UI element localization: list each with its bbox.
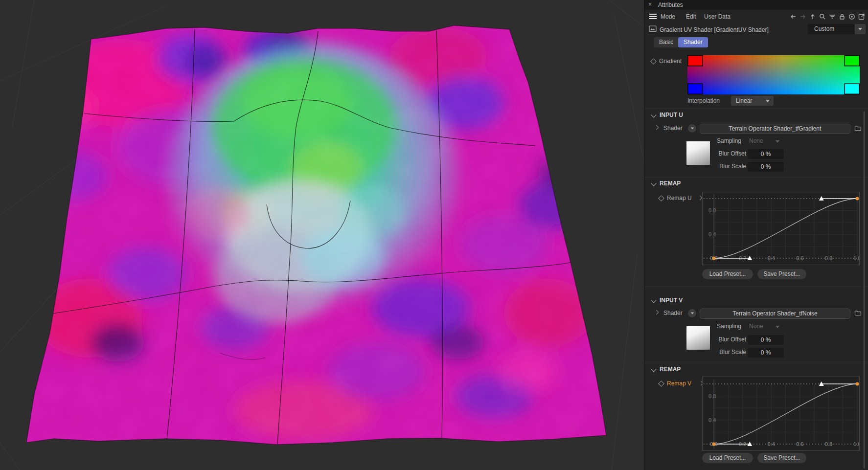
close-icon[interactable]: × <box>648 1 652 8</box>
shader-u-expander-icon[interactable] <box>654 125 659 130</box>
search-icon[interactable] <box>818 12 826 21</box>
gradient-keyframe-icon[interactable] <box>650 58 657 65</box>
remap-u-collapse-icon[interactable] <box>651 180 656 186</box>
panel-scrollbar[interactable] <box>864 112 865 469</box>
svg-text:0.4: 0.4 <box>708 417 716 423</box>
back-arrow-icon[interactable] <box>789 12 797 21</box>
up-arrow-icon[interactable] <box>808 12 817 21</box>
gradient-knot-blue[interactable] <box>688 84 703 94</box>
svg-text:1.0: 1.0 <box>853 255 860 261</box>
tab-shader[interactable]: Shader <box>678 37 708 47</box>
section-input-u[interactable]: INPUT U <box>660 112 683 118</box>
preset-select-arrow[interactable] <box>855 24 866 34</box>
app-window: { "colors": { "accent_orange": "#e0993c"… <box>0 0 868 470</box>
gradient-2d-editor[interactable] <box>687 55 860 94</box>
terrain-scene <box>0 0 644 470</box>
tab-basic[interactable]: Basic <box>654 37 679 47</box>
blur-offset-u-field[interactable]: 0 % <box>748 149 784 159</box>
remap-u-curve-editor[interactable]: 0.80.40.00.20.40.60.81.0 <box>702 192 860 265</box>
lock-icon[interactable] <box>838 12 846 21</box>
svg-text:0.4: 0.4 <box>768 255 775 261</box>
menu-mode[interactable]: Mode <box>661 13 675 20</box>
gradient-knot-red[interactable] <box>688 56 703 66</box>
sampling-v-select[interactable]: None <box>749 323 763 330</box>
save-preset-u-button[interactable]: Save Preset... <box>757 269 806 279</box>
shader-u-menu-button[interactable] <box>688 124 696 133</box>
svg-text:0.6: 0.6 <box>796 441 803 447</box>
blur-scale-v-field[interactable]: 0 % <box>748 348 784 358</box>
forward-arrow-icon[interactable] <box>799 12 807 21</box>
svg-text:0.8: 0.8 <box>825 255 832 261</box>
remap-v-label[interactable]: Remap V <box>667 380 691 387</box>
viewport-3d[interactable] <box>0 0 644 470</box>
svg-text:0.8: 0.8 <box>708 207 716 213</box>
svg-text:0.6: 0.6 <box>796 255 803 261</box>
svg-text:0.4: 0.4 <box>768 441 775 447</box>
interpolation-label: Interpolation <box>687 97 720 104</box>
remap-v-collapse-icon[interactable] <box>651 366 656 372</box>
remap-u-expander-icon[interactable] <box>698 196 703 201</box>
shader-u-link-button[interactable]: Terrain Operator Shader_tfGradient <box>700 124 850 134</box>
shader-v-label: Shader <box>663 310 683 316</box>
shader-v-link-button[interactable]: Terrain Operator Shader_tfNoise <box>700 309 850 319</box>
gradient-knot-cyan[interactable] <box>845 84 859 94</box>
new-window-icon[interactable] <box>857 12 866 21</box>
panel-toolbar <box>789 12 866 21</box>
object-title: Gradient UV Shader [GradientUV Shader] <box>660 26 769 33</box>
section-remap-v[interactable]: REMAP <box>660 366 681 373</box>
sampling-v-arrow-icon <box>776 326 779 328</box>
blur-scale-v-label: Blur Scale <box>697 349 746 356</box>
shader-thumbnail-icon <box>649 25 657 32</box>
section-remap-u[interactable]: REMAP <box>660 180 681 187</box>
blur-offset-v-label: Blur Offset <box>697 336 746 343</box>
panel-title: Attributes <box>658 1 683 8</box>
sampling-u-select[interactable]: None <box>749 137 763 144</box>
menu-edit[interactable]: Edit <box>686 13 696 20</box>
sampling-v-label: Sampling <box>702 323 741 330</box>
save-preset-v-button[interactable]: Save Preset... <box>757 453 806 463</box>
gradient-knot-green[interactable] <box>845 56 859 66</box>
section-input-v[interactable]: INPUT V <box>660 297 683 304</box>
svg-text:0.8: 0.8 <box>825 441 832 447</box>
preset-select[interactable]: Custom <box>808 24 854 34</box>
svg-text:0.4: 0.4 <box>708 231 716 237</box>
filter-icon[interactable] <box>828 12 836 21</box>
blur-offset-u-label: Blur Offset <box>697 150 746 157</box>
load-preset-v-button[interactable]: Load Preset... <box>702 453 753 463</box>
shader-v-browse-folder-icon[interactable] <box>854 310 862 316</box>
sampling-u-label: Sampling <box>702 137 741 144</box>
panel-titlebar: × Attributes <box>644 0 868 10</box>
blur-scale-u-field[interactable]: 0 % <box>748 162 784 172</box>
shader-u-browse-folder-icon[interactable] <box>854 125 862 131</box>
remap-u-keyframe-icon[interactable] <box>658 195 664 201</box>
remap-v-curve-editor[interactable]: 0.80.40.00.20.40.60.81.0 <box>702 377 860 451</box>
blur-offset-v-field[interactable]: 0 % <box>748 335 784 345</box>
shader-u-label: Shader <box>663 125 683 132</box>
gradient-label: Gradient <box>659 58 682 65</box>
input-u-collapse-icon[interactable] <box>651 112 656 117</box>
remap-u-label[interactable]: Remap U <box>667 195 692 201</box>
input-v-collapse-icon[interactable] <box>651 297 656 303</box>
blur-scale-u-label: Blur Scale <box>697 163 746 170</box>
svg-text:0.8: 0.8 <box>708 393 716 399</box>
remap-v-keyframe-icon[interactable] <box>658 380 664 387</box>
shader-v-menu-button[interactable] <box>688 309 696 317</box>
shader-v-expander-icon[interactable] <box>654 310 659 315</box>
svg-text:1.0: 1.0 <box>853 441 860 447</box>
focus-target-icon[interactable] <box>847 12 856 21</box>
menu-user-data[interactable]: User Data <box>704 13 731 20</box>
attributes-panel: × Attributes Mode Edit User Data Gradien… <box>644 0 868 470</box>
hamburger-menu-icon[interactable] <box>649 14 657 19</box>
load-preset-u-button[interactable]: Load Preset... <box>702 269 753 279</box>
interpolation-select-arrow-icon <box>766 100 770 102</box>
sampling-u-arrow-icon <box>776 140 779 143</box>
